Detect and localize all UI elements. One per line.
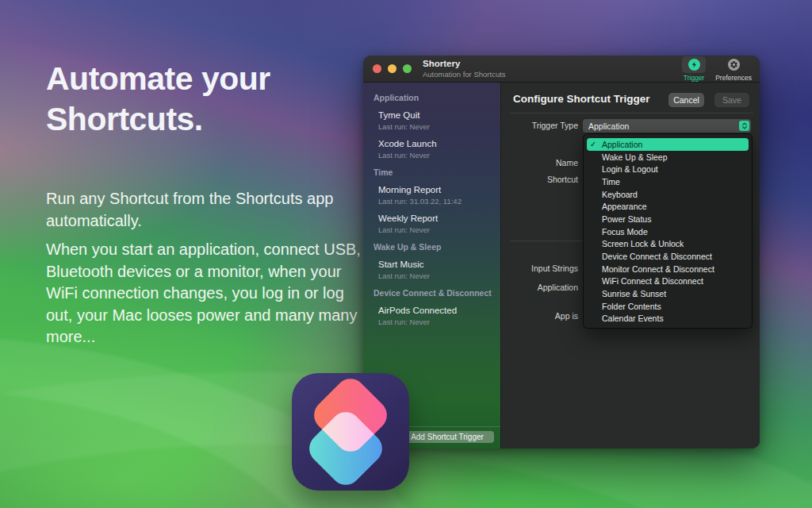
hero-title-line2: Shortcuts.: [46, 99, 387, 140]
hero-title-line1: Automate your: [46, 59, 387, 99]
menu-item-wifi-connect-disconnect[interactable]: WiFi Connect & Disconnect: [584, 275, 752, 288]
menu-item-label: Device Connect & Disconnect: [602, 252, 712, 261]
trigger-type-value: Application: [588, 121, 739, 131]
menu-item-time[interactable]: Time: [584, 175, 752, 188]
menu-item-device-connect-disconnect[interactable]: Device Connect & Disconnect: [584, 250, 752, 263]
sidebar-item-airpods-connected[interactable]: AirPods Connected Last run: Never: [378, 305, 500, 326]
sidebar-section-header: Time: [373, 167, 500, 177]
menu-item-focus-mode[interactable]: Focus Mode: [584, 225, 752, 238]
window-subtitle: Automation for Shortcuts: [423, 71, 506, 79]
sidebar-section-header: Device Connect & Disconnect: [373, 288, 500, 298]
menu-item-folder-contents[interactable]: Folder Contents: [584, 300, 752, 313]
trigger-type-menu: Application Wake Up & Sleep Login & Logo…: [583, 133, 753, 329]
tab-preferences-icon-bg: [722, 56, 745, 73]
up-down-chevrons-icon: [739, 121, 749, 131]
save-button[interactable]: Save: [714, 93, 749, 107]
sidebar-section-time: Time Morning Report Last run: 31.03.22, …: [363, 167, 500, 234]
menu-item-label: Focus Mode: [602, 227, 648, 237]
menu-item-power-status[interactable]: Power Status: [584, 213, 752, 225]
menu-item-monitor-connect-disconnect[interactable]: Monitor Connect & Disconnect: [584, 263, 752, 275]
menu-item-label: Application: [602, 140, 642, 149]
hero-title: Automate your Shortcuts.: [46, 59, 387, 140]
minimize-button[interactable]: [388, 64, 396, 73]
trigger-name: Tyme Quit: [378, 110, 500, 121]
cancel-button[interactable]: Cancel: [668, 93, 704, 107]
menu-item-wake-up-sleep[interactable]: Wake Up & Sleep: [584, 151, 752, 164]
menu-item-label: Screen Lock & Unlock: [602, 239, 684, 248]
close-button[interactable]: [373, 64, 381, 73]
menu-item-label: Sunrise & Sunset: [602, 289, 666, 298]
sidebar-section-application: Application Tyme Quit Last run: Never Xc…: [363, 93, 500, 160]
toolbar: Trigger Preferences: [682, 56, 752, 82]
checkmark-icon: [590, 140, 602, 148]
app-window: Shortery Automation for Shortcuts Trigge…: [363, 56, 760, 448]
trigger-last-run: Last run: Never: [378, 122, 500, 131]
menu-item-label: WiFi Connect & Disconnect: [602, 276, 703, 286]
menu-item-application[interactable]: Application: [587, 138, 749, 151]
hero-paragraph-1: Run any Shortcut from the Shortcuts app …: [46, 188, 363, 232]
window-title-block: Shortery Automation for Shortcuts: [423, 60, 506, 78]
menu-item-calendar-events[interactable]: Calendar Events: [584, 313, 752, 325]
shortcuts-app-icon: [292, 373, 409, 491]
trigger-last-run: Last run: 31.03.22, 11:42: [378, 197, 500, 206]
trigger-name: Xcode Launch: [378, 138, 500, 149]
main-panel: Configure Shortcut Trigger Cancel Save T…: [501, 83, 760, 448]
menu-item-label: Appearance: [602, 202, 647, 211]
trigger-name: Weekly Report: [378, 213, 500, 224]
trigger-type-label: Trigger Type: [501, 120, 578, 131]
add-shortcut-trigger-button[interactable]: Add Shortcut Trigger: [400, 431, 494, 443]
app-is-label: App is: [501, 310, 578, 321]
hero-paragraph-2: When you start an application, connect U…: [46, 239, 363, 348]
menu-item-keyboard[interactable]: Keyboard: [584, 188, 752, 201]
trigger-name: Morning Report: [378, 184, 500, 195]
tab-trigger-label: Trigger: [684, 74, 705, 82]
header-divider: [510, 113, 753, 114]
trigger-name: AirPods Connected: [378, 305, 500, 316]
zoom-button[interactable]: [403, 64, 412, 73]
window-title: Shortery: [423, 60, 506, 69]
sidebar-item-morning-report[interactable]: Morning Report Last run: 31.03.22, 11:42: [378, 184, 500, 206]
window-body: Application Tyme Quit Last run: Never Xc…: [363, 83, 760, 448]
menu-item-label: Time: [602, 177, 620, 187]
input-strings-label: Input Strings: [501, 263, 578, 274]
menu-item-sunrise-sunset[interactable]: Sunrise & Sunset: [584, 287, 752, 300]
sidebar-item-tyme-quit[interactable]: Tyme Quit Last run: Never: [378, 110, 500, 131]
menu-item-label: Calendar Events: [602, 314, 664, 323]
tab-preferences[interactable]: Preferences: [715, 56, 752, 82]
sidebar-section-header: Application: [373, 93, 500, 102]
bolt-icon: [688, 59, 700, 71]
sidebar-item-weekly-report[interactable]: Weekly Report Last run: Never: [378, 213, 500, 234]
trigger-last-run: Last run: Never: [378, 225, 500, 234]
menu-item-label: Power Status: [602, 214, 651, 224]
menu-item-label: Wake Up & Sleep: [602, 152, 667, 162]
tab-trigger[interactable]: Trigger: [682, 56, 706, 82]
titlebar: Shortery Automation for Shortcuts Trigge…: [363, 56, 760, 83]
sidebar-item-xcode-launch[interactable]: Xcode Launch Last run: Never: [378, 138, 500, 160]
menu-item-appearance[interactable]: Appearance: [584, 200, 752, 213]
hero-copy: Automate your Shortcuts. Run any Shortcu…: [46, 59, 387, 348]
gear-icon: [728, 59, 740, 71]
trigger-last-run: Last run: Never: [378, 271, 500, 280]
sidebar-section-wake-up-sleep: Wake Up & Sleep Start Music Last run: Ne…: [363, 242, 500, 280]
shortcut-label: Shortcut: [501, 174, 578, 185]
trigger-last-run: Last run: Never: [378, 318, 500, 326]
trigger-type-select[interactable]: Application: [583, 119, 751, 133]
page-title: Configure Shortcut Trigger: [513, 93, 650, 105]
sidebar-item-start-music[interactable]: Start Music Last run: Never: [378, 259, 500, 280]
menu-item-label: Folder Contents: [602, 302, 661, 311]
menu-item-label: Keyboard: [602, 190, 638, 199]
marketing-page: Automate your Shortcuts. Run any Shortcu…: [0, 0, 812, 508]
application-label: Application: [501, 282, 578, 293]
name-label: Name: [501, 157, 578, 168]
traffic-lights: [373, 64, 412, 73]
sidebar-section-header: Wake Up & Sleep: [373, 242, 500, 252]
sidebar-list: Application Tyme Quit Last run: Never Xc…: [363, 83, 500, 326]
menu-item-login-logout[interactable]: Login & Logout: [584, 163, 752, 175]
menu-item-label: Monitor Connect & Disconnect: [602, 264, 714, 274]
tab-preferences-label: Preferences: [715, 74, 752, 82]
menu-item-screen-lock-unlock[interactable]: Screen Lock & Unlock: [584, 238, 752, 251]
trigger-last-run: Last run: Never: [378, 151, 500, 160]
menu-item-label: Login & Logout: [602, 164, 658, 174]
tab-trigger-icon-bg: [682, 56, 706, 73]
sidebar-section-device-connect: Device Connect & Disconnect AirPods Conn…: [363, 288, 500, 326]
